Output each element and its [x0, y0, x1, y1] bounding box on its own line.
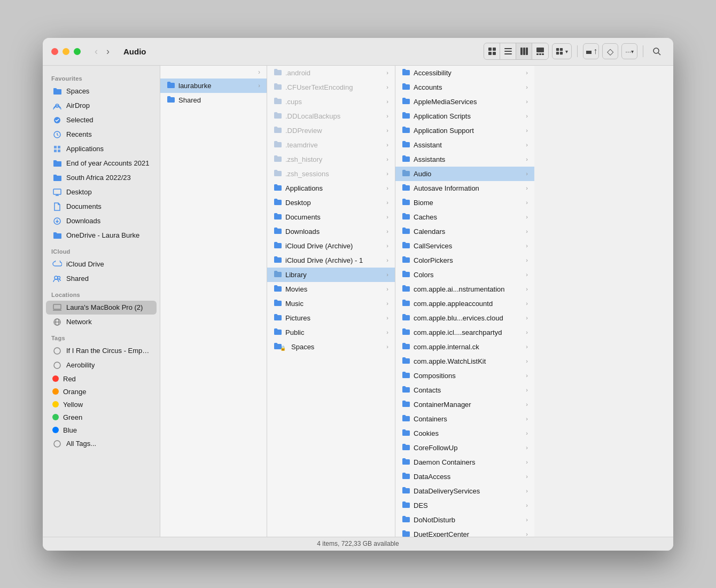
chevron-callservices: ›	[526, 242, 528, 249]
column-item-icloud-archive-1[interactable]: iCloud Drive (Archive) - 1›	[267, 253, 395, 268]
column-item-documents[interactable]: Documents›	[267, 210, 395, 224]
column-item-containermgr[interactable]: ContainerManager›	[395, 397, 534, 412]
sidebar-item-icloud-drive[interactable]: iCloud Drive	[46, 257, 157, 271]
back-button[interactable]: ‹	[91, 45, 101, 58]
column-item-com-apple-blu[interactable]: com.apple.blu...ervices.cloud›	[395, 311, 534, 325]
icon-view-button[interactable]	[484, 43, 500, 59]
search-button[interactable]	[649, 43, 665, 59]
column-item-applemedia[interactable]: AppleMediaServices›	[395, 95, 534, 109]
sidebar-item-spaces[interactable]: Spaces	[46, 84, 157, 98]
column-item-contacts[interactable]: Contacts›	[395, 383, 534, 397]
column-item-colorpickers[interactable]: ColorPickers›	[395, 253, 534, 268]
column-item-donotdisturb[interactable]: DoNotDisturb›	[395, 513, 534, 527]
gallery-view-button[interactable]	[532, 43, 548, 59]
column-item-assistant[interactable]: Assistant›	[395, 138, 534, 152]
column-item-lauraburke[interactable]: lauraburke›	[160, 79, 267, 93]
column-item-library[interactable]: Library›	[267, 268, 395, 282]
column-item-zsh-sessions[interactable]: .zsh_sessions›	[267, 167, 395, 181]
column-item-com-apple-watch[interactable]: com.apple.WatchListKit›	[395, 354, 534, 369]
column-item-downloads[interactable]: Downloads›	[267, 224, 395, 239]
column-item-pictures[interactable]: Pictures›	[267, 311, 395, 325]
share-button[interactable]: ↑	[583, 43, 599, 59]
column-item-caches[interactable]: Caches›	[395, 210, 534, 224]
column-item-datadelivery[interactable]: DataDeliveryServices›	[395, 484, 534, 498]
column-item-daemon[interactable]: Daemon Containers›	[395, 455, 534, 469]
divider2	[643, 45, 643, 57]
sidebar-label-tag-orange: Orange	[63, 388, 86, 396]
column-item-accessibility[interactable]: Accessibility›	[395, 66, 534, 80]
sidebar-item-onedrive[interactable]: OneDrive - Laura Burke	[46, 229, 157, 242]
tag-button[interactable]: ◇	[602, 43, 618, 59]
column-item-ddpreview[interactable]: .DDPreview›	[267, 123, 395, 138]
column-item-compositions[interactable]: Compositions›	[395, 369, 534, 383]
column-item-cookies[interactable]: Cookies›	[395, 426, 534, 441]
column-item-corefollow[interactable]: CoreFollowUp›	[395, 441, 534, 455]
sidebar-item-airdrop[interactable]: AirDrop	[46, 99, 157, 113]
column-item-colors[interactable]: Colors›	[395, 268, 534, 282]
column-item-calendars[interactable]: Calendars›	[395, 224, 534, 239]
sidebar-item-tag-aerobility[interactable]: Aerobility	[46, 358, 157, 372]
column-item-dataaccess[interactable]: DataAccess›	[395, 469, 534, 484]
column-item-android[interactable]: .android›	[267, 66, 395, 80]
sidebar-item-tag-all[interactable]: All Tags...	[46, 437, 157, 451]
column-item-movies[interactable]: Movies›	[267, 282, 395, 296]
column-item-appscripts[interactable]: Application Scripts›	[395, 109, 534, 123]
minimize-button[interactable]	[63, 48, 69, 55]
column-item-cfuser[interactable]: .CFUserTextEncoding›	[267, 80, 395, 95]
sidebar-item-icloud-shared[interactable]: Shared	[46, 272, 157, 286]
column-item-shared[interactable]: Shared	[160, 93, 267, 107]
sidebar-item-documents[interactable]: Documents	[46, 200, 157, 214]
sidebar-label-tag-circus: If I Ran the Circus - Emplo...	[66, 347, 150, 355]
sidebar-item-macbook[interactable]: Laura's MacBook Pro (2)	[46, 301, 157, 315]
sidebar-item-tag-yellow[interactable]: Yellow	[46, 398, 157, 411]
actions-button[interactable]: ▾	[552, 43, 572, 59]
column-item-teamdrive[interactable]: .teamdrive›	[267, 138, 395, 152]
sidebar-item-south-africa[interactable]: South Africa 2022/23	[46, 171, 157, 185]
list-view-button[interactable]	[500, 43, 516, 59]
maximize-button[interactable]	[74, 48, 81, 55]
column-item-music[interactable]: Music›	[267, 296, 395, 311]
sidebar-item-tag-blue[interactable]: Blue	[46, 424, 157, 436]
column-view-button[interactable]	[516, 43, 532, 59]
sidebar-item-desktop[interactable]: Desktop	[46, 185, 157, 199]
sidebar-item-applications[interactable]: Applications	[46, 142, 157, 156]
column-item-spaces[interactable]: 🔒Spaces›	[267, 340, 395, 354]
sidebar-item-recents[interactable]: Recents	[46, 128, 157, 142]
column-item-public[interactable]: Public›	[267, 325, 395, 340]
column-item-autosave[interactable]: Autosave Information›	[395, 181, 534, 195]
column-item-com-apple-icl[interactable]: com.apple.icl....searchpartyd›	[395, 325, 534, 340]
sidebar-section-tags: Tags	[43, 330, 160, 343]
sidebar-item-tag-orange[interactable]: Orange	[46, 386, 157, 398]
column-item-containers[interactable]: Containers›	[395, 412, 534, 426]
column-item-des[interactable]: DES›	[395, 498, 534, 513]
more-button[interactable]: ···▾	[621, 43, 637, 59]
column-item-accounts[interactable]: Accounts›	[395, 80, 534, 95]
svg-rect-13	[542, 53, 544, 55]
column-item-callservices[interactable]: CallServices›	[395, 239, 534, 253]
column-item-com-apple-ai[interactable]: com.apple.ai...nstrumentation›	[395, 282, 534, 296]
column-item-ddlocal[interactable]: .DDLocalBackups›	[267, 109, 395, 123]
sidebar-item-tag-green[interactable]: Green	[46, 411, 157, 424]
sidebar-item-network[interactable]: Network	[46, 315, 157, 329]
sidebar-item-selected[interactable]: Selected	[46, 113, 157, 127]
column-item-biome[interactable]: Biome›	[395, 195, 534, 210]
column-item-desktop[interactable]: Desktop›	[267, 195, 395, 210]
column-item-com-apple-acct[interactable]: com.apple.appleaccountd›	[395, 296, 534, 311]
sidebar-item-tag-circus[interactable]: If I Ran the Circus - Emplo...	[46, 344, 157, 358]
forward-button[interactable]: ›	[103, 45, 113, 58]
sidebar-item-end-year[interactable]: End of year Accounts 2021	[46, 156, 157, 170]
item-label-icloud-archive-1: iCloud Drive (Archive) - 1	[285, 256, 383, 264]
column-item-duetexpert[interactable]: DuetExpertCenter›	[395, 527, 534, 537]
column-item-audio[interactable]: Audio›	[395, 167, 534, 181]
column-item-cups[interactable]: .cups›	[267, 95, 395, 109]
column-item-zsh-history[interactable]: .zsh_history›	[267, 152, 395, 167]
sidebar-item-downloads[interactable]: Downloads	[46, 214, 157, 228]
sidebar-item-tag-red[interactable]: Red	[46, 373, 157, 385]
chevron-com-apple-ai: ›	[526, 286, 528, 292]
column-item-applications[interactable]: Applications›	[267, 181, 395, 195]
column-item-icloud-archive[interactable]: iCloud Drive (Archive)›	[267, 239, 395, 253]
column-item-com-apple-int[interactable]: com.apple.internal.ck›	[395, 340, 534, 354]
column-item-assistants[interactable]: Assistants›	[395, 152, 534, 167]
close-button[interactable]	[51, 48, 58, 55]
column-item-appsupport[interactable]: Application Support›	[395, 123, 534, 138]
